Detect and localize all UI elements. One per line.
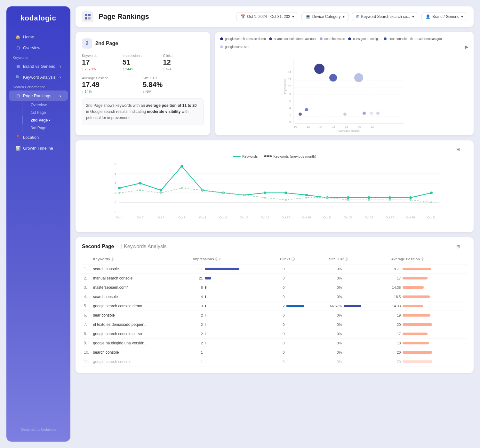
cell-ctr: 0% [327,283,389,292]
sidebar-item-growth-timeline[interactable]: 📊 Growth Timeline [9,143,68,153]
cell-keyword: masterseosem.com" [91,283,191,292]
chevron-down-icon: ▾ [461,14,463,19]
sidebar-item-brand-vs-generic[interactable]: ⊞ Brand vs Generic ∨ [9,61,68,71]
scatter-chart-svg: 0 2 4 6 8 10 12 14 10 12 14 16 [220,52,468,129]
col-clicks: Clicks ⓘ [278,255,327,264]
home-icon: 🏠 [15,34,20,39]
svg-text:8: 8 [115,162,116,166]
svg-text:12: 12 [307,125,310,128]
date-filter-button[interactable]: 📅 Oct 1, 2024 - Oct 31, 202 ▾ [236,12,298,21]
sidebar-sub-item-3rd-page[interactable]: 3rd Page [22,124,70,132]
svg-point-80 [368,196,370,199]
svg-text:Oct 9: Oct 9 [199,216,206,219]
svg-point-81 [388,196,391,199]
cell-ctr: 0% [327,348,389,357]
sidebar-item-location[interactable]: 📍 Location [9,132,68,142]
svg-rect-3 [88,17,91,20]
cell-keyword: google ha elegido una versión... [91,339,191,348]
svg-point-38 [376,112,380,115]
sidebar-item-label: Keyword Analysis [23,75,56,80]
table-header: Second Page | Keywords Analysis ⊞ ⋮ [82,244,467,249]
sidebar-item-keyword-analysis[interactable]: 🔍 Keyword Analysis ∨ [9,72,68,82]
legend-item-6: es.adertencias goo... [410,37,444,41]
scatter-legend: google search console demo search consol… [220,37,468,50]
svg-point-82 [409,196,412,199]
chevron-down-icon: ∨ [59,65,61,68]
sidebar: kodalogic 🏠 Home ⊞ Overview Keywords ⊞ B… [6,6,70,442]
svg-point-30 [314,64,324,74]
sidebar-item-page-rankings[interactable]: ⊞ Page Rankings ∨ [9,90,68,101]
svg-text:10: 10 [288,85,291,88]
chevron-down-icon: ▾ [343,14,345,19]
calendar-icon: 📅 [240,14,245,19]
device-filter-button[interactable]: 💻 Device Category ▾ [301,12,349,21]
cell-avg-position: 19.71 [389,264,467,274]
sidebar-sub-item-overview[interactable]: Overview [22,101,70,109]
table-expand-button[interactable]: ⊞ [456,244,460,249]
page-rank-icon: 2 [82,38,92,49]
legend-label-3: searchconsole [324,37,345,41]
sidebar-item-overview[interactable]: ⊞ Overview [9,43,68,53]
cell-keyword: google search console [91,357,191,366]
cell-impressions: 1 [191,348,278,357]
svg-text:Oct 3: Oct 3 [137,216,144,219]
chart-menu-button[interactable]: ⋮ [463,147,467,152]
cell-rank: 9. [82,339,91,348]
device-filter-label: Device Category [312,14,341,19]
sidebar-item-label: Home [23,35,34,39]
table-menu-button[interactable]: ⋮ [463,244,467,249]
table-row: 10. search console 1 0 0% 20 [82,348,467,357]
svg-text:6: 6 [115,172,116,175]
svg-text:Oct 11: Oct 11 [219,216,228,219]
cell-keyword: google search console curso [91,329,191,339]
cell-keyword: el texto es demasiado pequeñ... [91,320,191,329]
svg-text:14: 14 [319,125,323,128]
cell-avg-position: 14.33 [389,302,467,311]
metrics-card: 2 2nd Page Keywords 17 ↓ -15.0% Impressi… [76,32,210,135]
svg-point-79 [347,196,349,199]
legend-label-5: sear console [388,37,407,41]
chart-expand-button[interactable]: ⊞ [456,147,460,152]
keywords-value: 17 [82,58,123,67]
avg-position-change: ↑ 14% [82,90,143,93]
legend-keywords-prev-label: Keywords (previous month) [273,154,316,158]
legend-label-1: google search console demo [225,37,266,41]
chart-toolbar: ⊞ ⋮ [82,147,467,152]
sidebar-submenu: Overview 1st Page 2nd Page • 3rd Page [6,101,70,132]
legend-keywords-prev: Keywords (previous month) [264,154,316,158]
cell-avg-position: 14.38 [389,283,467,292]
cell-clicks: 2 [278,302,327,311]
scatter-expand-icon[interactable]: ▶ [465,44,468,50]
col-impressions[interactable]: Impressions ⓘ ▾ [191,255,278,264]
keywords-label: Keywords [82,54,123,58]
sidebar-section-search-performance: Search Performance [6,83,70,90]
table-row: 8. google search console curso 2 0 0% [82,329,467,339]
svg-point-35 [343,113,347,116]
sidebar-sub-item-1st-page[interactable]: 1st Page [22,109,70,116]
cell-impressions: 2 [191,329,278,339]
svg-text:0: 0 [289,120,291,123]
clicks-value: 12 [163,58,204,67]
svg-text:Oct 29: Oct 29 [406,216,415,219]
svg-point-86 [160,192,162,194]
cell-rank: 5. [82,302,91,311]
svg-point-96 [368,199,370,201]
keyword-filter-label: Keyword Search search co... [361,14,410,19]
svg-point-33 [299,113,302,116]
cell-impressions: 2 [191,320,278,329]
svg-point-32 [354,73,363,82]
metrics-grid: Keywords 17 ↓ -15.0% Impressions 51 ↑ 24… [82,54,204,71]
impressions-value: 51 [123,58,163,67]
brand-filter-button[interactable]: 👤 Brand / Generic ▾ [421,12,467,21]
keyword-filter-button[interactable]: ⊞ Keyword Search search co... ▾ [352,12,418,21]
sidebar-item-home[interactable]: 🏠 Home [9,32,68,42]
svg-point-87 [181,187,183,189]
cell-ctr: 0% [327,339,389,348]
sidebar-sub-item-2nd-page[interactable]: 2nd Page • [22,116,70,124]
sidebar-item-label: Growth Timeline [23,146,53,151]
cell-impressions: 111 [191,264,278,274]
svg-point-88 [202,189,204,191]
svg-text:2: 2 [115,191,116,194]
svg-point-68 [118,187,121,189]
legend-item-7: google curso seo [220,45,249,49]
